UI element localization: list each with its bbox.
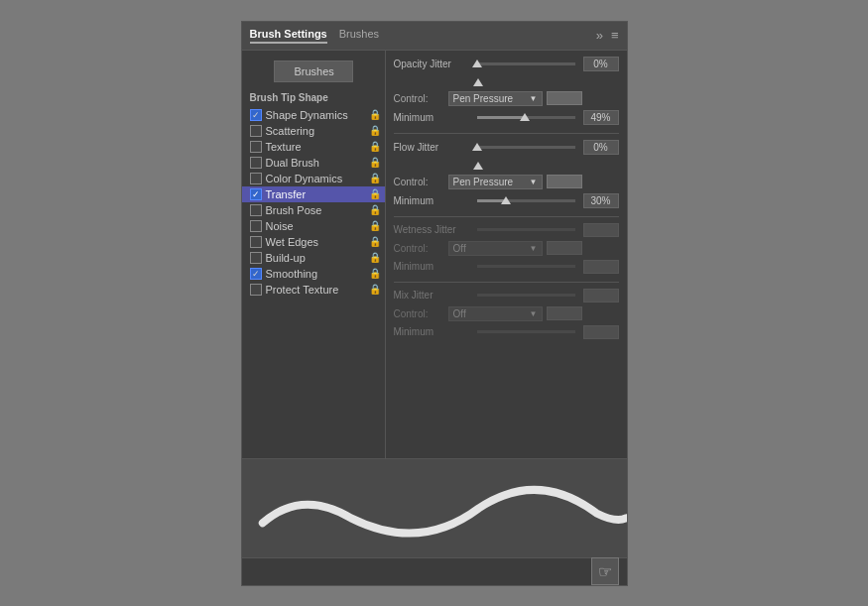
cursor-icon: ☞ [598, 562, 612, 581]
checkbox-7[interactable] [250, 220, 262, 232]
checkbox-6[interactable] [250, 204, 262, 216]
minimum4-row: Minimum [394, 325, 619, 339]
flow-jitter-label: Flow Jitter [394, 142, 473, 153]
control4-dropdown: Off ▼ [448, 306, 543, 321]
minimum2-row: Minimum 30% [394, 193, 619, 208]
control3-row: Control: Off ▼ [394, 241, 619, 256]
minimum1-label: Minimum [394, 112, 473, 123]
checkbox-8[interactable] [250, 236, 262, 248]
sidebar-label-3: Dual Brush [266, 157, 367, 169]
flow-jitter-row: Flow Jitter 0% [394, 140, 619, 155]
divider3 [394, 282, 619, 283]
sidebar-item-protect-texture[interactable]: Protect Texture🔒 [242, 282, 385, 298]
checkbox-1[interactable] [250, 125, 262, 137]
lock-icon-7: 🔒 [369, 220, 381, 231]
sidebar-item-smoothing[interactable]: ✓Smoothing🔒 [242, 266, 385, 282]
control2-row: Control: Pen Pressure ▼ [394, 175, 619, 189]
control3-value: Off [453, 243, 466, 254]
sidebar-item-texture[interactable]: Texture🔒 [242, 139, 385, 155]
checkbox-4[interactable] [250, 173, 262, 184]
control2-arrow-icon: ▼ [530, 178, 538, 186]
tab-brushes[interactable]: Brushes [339, 28, 379, 44]
sidebar-item-wet-edges[interactable]: Wet Edges🔒 [242, 234, 385, 250]
control1-dropdown[interactable]: Pen Pressure ▼ [448, 91, 543, 106]
sidebar-item-scattering[interactable]: Scattering🔒 [242, 123, 385, 139]
sidebar-item-shape-dynamics[interactable]: ✓Shape Dynamics🔒 [242, 107, 385, 123]
sidebar-item-build-up[interactable]: Build-up🔒 [242, 250, 385, 266]
sidebar-item-brush-pose[interactable]: Brush Pose🔒 [242, 202, 385, 218]
sidebar-section-header: Brush Tip Shape [242, 90, 385, 107]
checkbox-3[interactable] [250, 157, 262, 169]
flow-jitter-value[interactable]: 0% [583, 140, 619, 155]
tab-brush-settings[interactable]: Brush Settings [250, 28, 327, 44]
content-area: Opacity Jitter 0% Control: Pen Pressure … [386, 51, 627, 458]
minimum3-box [583, 260, 619, 274]
lock-icon-4: 🔒 [369, 173, 381, 183]
control4-arrow-icon: ▼ [530, 309, 538, 318]
minimum2-slider[interactable] [477, 199, 575, 202]
minimum1-slider[interactable] [477, 116, 575, 119]
minimum3-label: Minimum [394, 261, 473, 272]
lock-icon-9: 🔒 [369, 252, 381, 263]
opacity-jitter-slider[interactable] [477, 62, 575, 65]
control1-arrow-icon: ▼ [530, 94, 538, 103]
divider1 [394, 133, 619, 134]
minimum4-slider [477, 330, 575, 333]
control2-dropdown[interactable]: Pen Pressure ▼ [448, 175, 543, 189]
mix-jitter-slider [477, 294, 575, 297]
checkbox-0[interactable]: ✓ [250, 109, 262, 121]
sidebar-item-transfer[interactable]: ✓Transfer🔒 [242, 186, 385, 202]
control4-label: Control: [394, 308, 448, 319]
checkbox-9[interactable] [250, 252, 262, 264]
flow-jitter-slider[interactable] [477, 146, 575, 149]
sidebar-label-0: Shape Dynamics [266, 109, 367, 121]
menu-icon[interactable]: ≡ [611, 28, 619, 43]
minimum2-value[interactable]: 30% [583, 193, 619, 208]
sidebar-label-9: Build-up [266, 252, 367, 264]
forward-icon[interactable]: » [596, 28, 603, 43]
sidebar-label-5: Transfer [266, 188, 367, 200]
sidebar-items-container: ✓Shape Dynamics🔒Scattering🔒Texture🔒Dual … [242, 107, 385, 298]
control4-row: Control: Off ▼ [394, 306, 619, 321]
wetness-jitter-slider [477, 228, 575, 231]
sidebar-label-10: Smoothing [266, 268, 367, 280]
control4-mini-box [547, 306, 582, 320]
control1-row: Control: Pen Pressure ▼ [394, 91, 619, 106]
lock-icon-8: 🔒 [369, 236, 381, 247]
mix-jitter-row: Mix Jitter [394, 289, 619, 303]
control3-arrow-icon: ▼ [530, 244, 538, 253]
checkbox-10[interactable]: ✓ [250, 268, 262, 280]
sidebar-item-color-dynamics[interactable]: Color Dynamics🔒 [242, 171, 385, 186]
wetness-jitter-row: Wetness Jitter [394, 223, 619, 237]
sidebar-label-2: Texture [266, 141, 367, 153]
sidebar-item-noise[interactable]: Noise🔒 [242, 218, 385, 234]
brush-preview-area [242, 458, 627, 557]
control1-label: Control: [394, 93, 448, 104]
control1-value: Pen Pressure [453, 93, 514, 104]
panel-body: Brushes Brush Tip Shape ✓Shape Dynamics🔒… [242, 51, 627, 458]
opacity-jitter-value[interactable]: 0% [583, 57, 619, 71]
wetness-jitter-label: Wetness Jitter [394, 224, 473, 235]
minimum1-value[interactable]: 49% [583, 110, 619, 125]
minimum3-row: Minimum [394, 260, 619, 274]
opacity-jitter-label: Opacity Jitter [394, 59, 473, 69]
cursor-button[interactable]: ☞ [591, 557, 619, 585]
control3-mini-box [547, 241, 582, 255]
sidebar-item-dual-brush[interactable]: Dual Brush🔒 [242, 155, 385, 171]
brushes-button[interactable]: Brushes [274, 61, 353, 82]
lock-icon-2: 🔒 [369, 141, 381, 152]
minimum4-label: Minimum [394, 326, 473, 337]
minimum2-label: Minimum [394, 195, 473, 206]
lock-icon-10: 🔒 [369, 268, 381, 279]
checkbox-2[interactable] [250, 141, 262, 153]
sidebar-label-7: Noise [266, 220, 367, 232]
checkbox-11[interactable] [250, 284, 262, 296]
control3-label: Control: [394, 243, 448, 254]
flow-arrow-row [394, 159, 619, 173]
opacity-slider-thumb-top [473, 78, 483, 86]
header-tabs: Brush Settings Brushes [250, 28, 380, 44]
minimum4-box [583, 325, 619, 339]
minimum1-row: Minimum 49% [394, 110, 619, 125]
opacity-jitter-row: Opacity Jitter 0% [394, 57, 619, 71]
checkbox-5[interactable]: ✓ [250, 188, 262, 200]
